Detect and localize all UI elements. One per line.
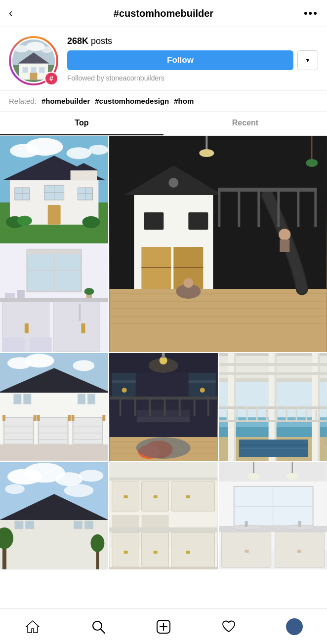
svg-rect-8 — [31, 67, 36, 73]
grid-cell-house-exterior[interactable] — [0, 136, 108, 243]
svg-point-198 — [90, 534, 104, 552]
grid-cell-mudroom[interactable] — [109, 462, 217, 569]
grid-cell-playroom[interactable] — [109, 136, 327, 352]
tab-recent[interactable]: Recent — [164, 112, 327, 135]
svg-point-137 — [149, 358, 178, 373]
nav-home[interactable] — [18, 614, 47, 639]
svg-rect-160 — [219, 363, 327, 366]
tab-top[interactable]: Top — [0, 112, 164, 135]
svg-rect-220 — [219, 462, 327, 482]
svg-point-65 — [200, 149, 214, 157]
svg-rect-43 — [144, 212, 164, 230]
svg-point-59 — [184, 278, 194, 288]
svg-rect-205 — [171, 482, 215, 511]
svg-rect-175 — [305, 406, 307, 422]
svg-rect-213 — [142, 532, 169, 567]
svg-rect-125 — [134, 397, 136, 416]
svg-rect-30 — [48, 205, 61, 225]
svg-rect-10 — [30, 73, 38, 80]
svg-rect-121 — [137, 410, 190, 417]
profile-section: # 268K posts Follow ▼ Followed by stonea… — [0, 27, 327, 90]
svg-rect-128 — [179, 397, 181, 416]
svg-rect-98 — [4, 417, 34, 444]
grid-cell-garage[interactable] — [0, 353, 108, 461]
svg-rect-215 — [124, 551, 128, 554]
svg-point-183 — [5, 484, 25, 494]
svg-rect-127 — [164, 397, 166, 416]
followed-by-text: Followed by stoneacornbuilders — [67, 74, 318, 82]
follow-button[interactable]: Follow — [67, 50, 293, 70]
bottom-nav — [0, 608, 327, 644]
svg-rect-113 — [68, 415, 71, 421]
grid-cell-porch[interactable] — [219, 353, 327, 461]
post-count: 268K posts — [67, 36, 318, 46]
related-tag-0[interactable]: #homebuilder — [41, 97, 90, 105]
grid-cell-bathroom2[interactable] — [219, 462, 327, 569]
tabs: Top Recent — [0, 112, 327, 136]
svg-rect-209 — [112, 515, 139, 527]
svg-rect-83 — [79, 304, 81, 321]
svg-rect-51 — [218, 188, 317, 192]
svg-rect-7 — [23, 67, 28, 73]
svg-rect-233 — [297, 550, 301, 553]
svg-rect-91 — [9, 393, 36, 407]
svg-rect-166 — [219, 420, 327, 422]
svg-rect-56 — [297, 188, 300, 227]
roof-sky-img — [0, 462, 108, 569]
svg-rect-78 — [17, 290, 25, 298]
nav-heart[interactable] — [214, 614, 244, 639]
svg-rect-112 — [37, 415, 40, 421]
nav-search[interactable] — [83, 614, 113, 639]
svg-rect-174 — [295, 406, 297, 422]
house-exterior-img — [0, 136, 108, 243]
nav-add[interactable] — [149, 614, 178, 639]
svg-rect-133 — [189, 373, 216, 397]
svg-rect-92 — [14, 394, 21, 404]
related-tags: #homebuilder #customhomedesign #hom — [41, 97, 194, 105]
svg-rect-64 — [206, 136, 208, 151]
grid-cell-bathroom-vanity[interactable] — [0, 244, 108, 352]
svg-rect-9 — [39, 67, 44, 73]
related-tag-2[interactable]: #hom — [174, 97, 194, 105]
svg-marker-238 — [26, 621, 39, 633]
svg-rect-193 — [74, 521, 82, 529]
svg-rect-172 — [276, 406, 277, 422]
svg-rect-75 — [25, 323, 29, 333]
svg-rect-110 — [2, 415, 5, 421]
follow-dropdown-button[interactable]: ▼ — [297, 50, 318, 70]
heart-icon — [221, 619, 236, 634]
svg-point-80 — [84, 288, 94, 295]
svg-rect-210 — [142, 515, 169, 527]
svg-rect-206 — [124, 495, 128, 498]
svg-rect-61 — [280, 240, 290, 252]
related-tag-1[interactable]: #customhomedesign — [95, 97, 169, 105]
svg-rect-216 — [154, 551, 158, 554]
svg-rect-201 — [110, 478, 217, 481]
grid-cell-roof-sky[interactable] — [0, 462, 108, 569]
grid-cell-media-room[interactable] — [109, 353, 217, 461]
hashtag-badge: # — [44, 72, 58, 85]
svg-rect-163 — [239, 444, 308, 446]
svg-rect-165 — [219, 406, 327, 409]
svg-rect-134 — [189, 380, 216, 383]
home-icon — [25, 619, 40, 634]
svg-line-240 — [101, 629, 105, 633]
page-title: #customhomebuilder — [114, 8, 213, 19]
porch-img — [219, 353, 327, 461]
svg-rect-236 — [245, 521, 247, 527]
more-button[interactable]: ••• — [302, 7, 318, 20]
svg-rect-132 — [112, 380, 136, 383]
svg-point-87 — [73, 360, 95, 371]
svg-point-224 — [286, 473, 298, 480]
svg-point-4 — [41, 46, 52, 53]
back-button[interactable]: ‹ — [9, 7, 25, 20]
svg-point-181 — [55, 472, 83, 486]
nav-profile[interactable] — [280, 614, 309, 639]
media-room-img — [109, 353, 217, 461]
svg-point-63 — [306, 159, 318, 167]
svg-rect-237 — [298, 521, 301, 527]
related-section: Related: #homebuilder #customhomedesign … — [0, 90, 327, 112]
svg-rect-116 — [0, 444, 108, 461]
avatar-wrap: # — [9, 36, 58, 85]
svg-point-145 — [122, 388, 127, 393]
